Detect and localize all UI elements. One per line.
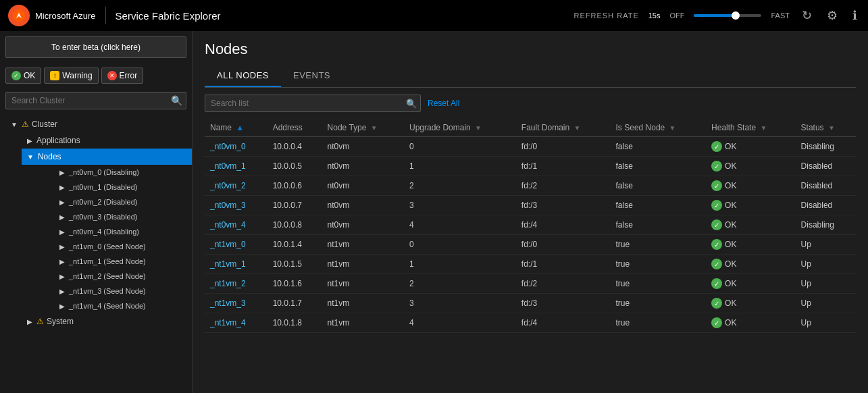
search-list-input[interactable] <box>205 95 421 112</box>
cell-upgrade-domain: 2 <box>404 274 516 294</box>
filter-icon: ▼ <box>371 124 378 132</box>
tab-events[interactable]: EVENTS <box>281 65 342 87</box>
header-row: Name ▲AddressNode Type ▼Upgrade Domain ▼… <box>205 119 856 137</box>
sidebar-node-item-7[interactable]: ▶_nt1vm_2 (Seed Node) <box>54 269 192 284</box>
refresh-button[interactable]: ↻ <box>799 5 815 26</box>
error-status-button[interactable]: ✕ Error <box>101 68 144 84</box>
table-row: _nt0vm_410.0.0.8nt0vm4fd:/4false✓ OKDisa… <box>205 215 856 235</box>
col-header-is-seed-node[interactable]: Is Seed Node ▼ <box>611 119 707 137</box>
node-name-link[interactable]: _nt0vm_2 <box>210 181 246 190</box>
col-header-name[interactable]: Name ▲ <box>205 119 267 137</box>
sort-icon: ▲ <box>236 123 244 132</box>
node-name-link[interactable]: _nt0vm_4 <box>210 220 246 230</box>
node-name-link[interactable]: _nt0vm_1 <box>210 161 246 171</box>
col-header-fault-domain[interactable]: Fault Domain ▼ <box>516 119 611 137</box>
cell-status: Disabled <box>796 157 856 176</box>
reset-all-button[interactable]: Reset All <box>428 99 459 108</box>
health-badge: ✓ OK <box>711 219 736 230</box>
node-name-link[interactable]: _nt1vm_2 <box>210 279 246 288</box>
search-cluster-input[interactable] <box>5 92 186 109</box>
node-item-arrow: ▶ <box>59 258 65 265</box>
cell-is-seed-node: true <box>611 274 707 294</box>
search-cluster-container: 🔍 <box>5 92 186 109</box>
node-item-label: _nt1vm_0 (Seed Node) <box>69 242 146 251</box>
filter-icon: ▼ <box>475 124 482 132</box>
tabs: ALL NODESEVENTS <box>205 65 856 88</box>
table-row: _nt0vm_110.0.0.5nt0vm1fd:/1false✓ OKDisa… <box>205 157 856 176</box>
health-ok-icon: ✓ <box>711 278 722 289</box>
node-item-label: _nt1vm_2 (Seed Node) <box>69 272 146 280</box>
cell-node-type: nt1vm <box>322 313 404 333</box>
ok-status-button[interactable]: ✓ OK <box>5 68 41 84</box>
refresh-off-label: OFF <box>669 11 684 20</box>
sidebar-item-nodes[interactable]: ▼ Nodes <box>22 149 192 165</box>
node-name-link[interactable]: _nt1vm_1 <box>210 259 246 269</box>
topbar-right: REFRESH RATE 15s OFF FAST ↻ ⚙ ℹ <box>574 5 860 26</box>
cell-upgrade-domain: 1 <box>404 157 516 176</box>
search-list-icon: 🔍 <box>406 99 417 109</box>
brand-text: Microsoft Azure <box>35 11 96 21</box>
node-item-label: _nt1vm_4 (Seed Node) <box>69 302 146 310</box>
node-name-link[interactable]: _nt1vm_4 <box>210 318 246 328</box>
filter-icon: ▼ <box>574 124 581 132</box>
health-badge: ✓ OK <box>711 180 736 191</box>
cell-address: 10.0.1.8 <box>267 313 322 333</box>
node-name-link[interactable]: _nt0vm_3 <box>210 201 246 210</box>
col-header-status[interactable]: Status ▼ <box>796 119 856 137</box>
refresh-rate-label: REFRESH RATE <box>574 11 639 20</box>
cluster-arrow: ▼ <box>11 121 18 128</box>
slider-track <box>694 14 761 17</box>
beta-button[interactable]: To enter beta (click here) <box>5 36 186 58</box>
sidebar-node-item-2[interactable]: ▶_nt0vm_2 (Disabled) <box>54 194 192 209</box>
cell-health-state: ✓ OK <box>706 137 796 157</box>
slider-fill <box>694 14 734 17</box>
info-button[interactable]: ℹ <box>850 5 860 26</box>
sidebar-item-applications[interactable]: ▶ Applications <box>22 132 192 149</box>
settings-button[interactable]: ⚙ <box>824 5 840 26</box>
sidebar-node-item-9[interactable]: ▶_nt1vm_4 (Seed Node) <box>54 298 192 313</box>
health-ok-icon: ✓ <box>711 200 722 211</box>
cell-health-state: ✓ OK <box>706 255 796 274</box>
sidebar-node-item-3[interactable]: ▶_nt0vm_3 (Disabled) <box>54 209 192 224</box>
search-icon: 🔍 <box>171 95 182 106</box>
status-row: ✓ OK ! Warning ✕ Error <box>0 63 192 88</box>
table-row: _nt1vm_210.0.1.6nt1vm2fd:/2true✓ OKUp <box>205 274 856 294</box>
brand: Microsoft Azure Service Fabric Explorer <box>8 5 220 26</box>
azure-logo <box>8 5 30 26</box>
table-row: _nt0vm_010.0.0.4nt0vm0fd:/0false✓ OKDisa… <box>205 137 856 157</box>
sidebar-node-item-4[interactable]: ▶_nt0vm_4 (Disabling) <box>54 224 192 239</box>
node-name-link[interactable]: _nt1vm_0 <box>210 240 246 249</box>
sidebar-item-system[interactable]: ▶ ⚠ System <box>22 313 192 330</box>
cell-status: Up <box>796 313 856 333</box>
node-name-link[interactable]: _nt0vm_0 <box>210 142 246 151</box>
warning-status-button[interactable]: ! Warning <box>44 68 98 84</box>
cell-name: _nt1vm_2 <box>205 274 267 294</box>
sidebar-node-item-6[interactable]: ▶_nt1vm_1 (Seed Node) <box>54 254 192 269</box>
col-header-health-state[interactable]: Health State ▼ <box>706 119 796 137</box>
cell-fault-domain: fd:/4 <box>516 215 611 235</box>
cell-status: Up <box>796 294 856 313</box>
refresh-slider[interactable] <box>694 14 761 17</box>
node-name-link[interactable]: _nt1vm_3 <box>210 298 246 308</box>
cell-name: _nt0vm_1 <box>205 157 267 176</box>
sidebar-node-item-1[interactable]: ▶_nt0vm_1 (Disabled) <box>54 180 192 194</box>
tab-all-nodes[interactable]: ALL NODES <box>205 65 281 87</box>
cell-node-type: nt1vm <box>322 274 404 294</box>
col-header-node-type[interactable]: Node Type ▼ <box>322 119 404 137</box>
cell-upgrade-domain: 2 <box>404 176 516 196</box>
cell-is-seed-node: false <box>611 176 707 196</box>
sidebar-node-item-8[interactable]: ▶_nt1vm_3 (Seed Node) <box>54 284 192 298</box>
cell-fault-domain: fd:/4 <box>516 313 611 333</box>
col-header-upgrade-domain[interactable]: Upgrade Domain ▼ <box>404 119 516 137</box>
main-header: Nodes ALL NODESEVENTS <box>193 31 868 88</box>
table-row: _nt1vm_310.0.1.7nt1vm3fd:/3true✓ OKUp <box>205 294 856 313</box>
health-ok-icon: ✓ <box>711 239 722 250</box>
cell-address: 10.0.0.8 <box>267 215 322 235</box>
cell-is-seed-node: true <box>611 255 707 274</box>
sidebar-node-item-5[interactable]: ▶_nt1vm_0 (Seed Node) <box>54 239 192 254</box>
col-header-address[interactable]: Address <box>267 119 322 137</box>
sidebar-tree: ▼ ⚠ Cluster ▶ Applications ▼ Nodes ▶_nt0… <box>0 113 192 332</box>
system-arrow: ▶ <box>27 318 32 325</box>
sidebar-item-cluster[interactable]: ▼ ⚠ Cluster <box>0 116 192 132</box>
sidebar-node-item-0[interactable]: ▶_nt0vm_0 (Disabling) <box>54 165 192 180</box>
